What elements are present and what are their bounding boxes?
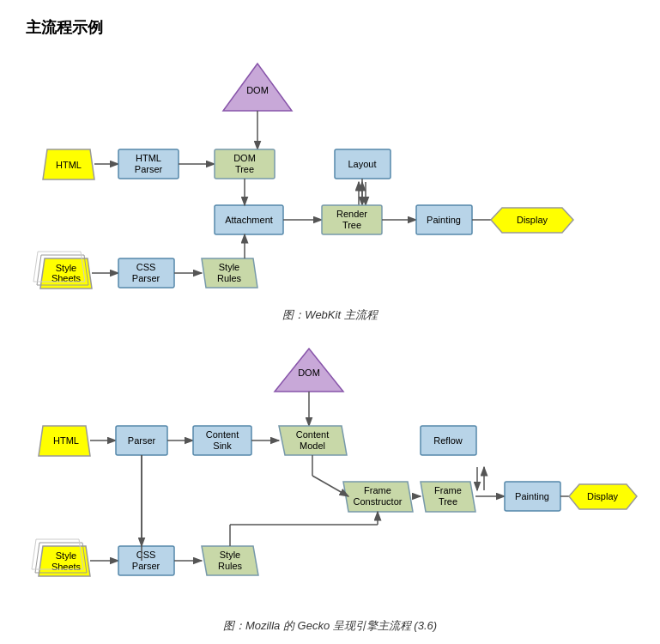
webkit-diagram: DOM HTML HTML Parser DOM Tree Layout Att…: [26, 55, 634, 299]
html-label: HTML: [56, 160, 82, 170]
gecko-stylesheets-label2: Sheets: [51, 562, 82, 572]
gecko-frame-constructor-label2: Constructor: [354, 496, 403, 507]
gecko-content-model-label2: Model: [300, 440, 325, 451]
gecko-painting-label: Painting: [515, 491, 549, 501]
css-parser-label2: Parser: [132, 273, 160, 283]
gecko-dom-label: DOM: [298, 368, 320, 378]
gecko-diagram: DOM HTML Parser Content Sink Content Mod…: [26, 340, 634, 610]
attachment-label: Attachment: [225, 215, 273, 225]
webkit-caption: 图：WebKit 主流程: [26, 307, 634, 323]
painting-label: Painting: [427, 215, 461, 225]
css-parser-label1: CSS: [136, 262, 156, 272]
gecko-stylesheets-label1: Style: [56, 550, 76, 561]
layout-label: Layout: [348, 159, 376, 169]
gecko-frame-tree-label2: Tree: [439, 496, 457, 507]
render-tree-label1: Render: [336, 209, 367, 219]
gecko-to-frameconstructor-arrow: [312, 476, 348, 496]
gecko-display-label: Display: [587, 491, 619, 501]
dom-label: DOM: [246, 85, 269, 95]
gecko-html-label: HTML: [53, 435, 79, 446]
html-parser-label2: Parser: [135, 164, 163, 174]
gecko-frame-tree-label1: Frame: [434, 485, 462, 495]
gecko-caption: 图：Mozilla 的 Gecko 呈现引擎主流程 (3.6): [26, 618, 634, 634]
gecko-content-sink-label2: Sink: [213, 440, 232, 451]
style-rules-label2: Rules: [217, 273, 242, 283]
html-parser-label1: HTML: [136, 153, 161, 163]
gecko-content-sink-label1: Content: [206, 429, 239, 440]
stylesheets-label1: Style: [56, 263, 76, 273]
gecko-css-parser-label2: Parser: [132, 561, 160, 571]
style-rules-label1: Style: [219, 262, 239, 272]
gecko-css-parser-label1: CSS: [136, 550, 156, 560]
display-label: Display: [517, 215, 548, 225]
gecko-frame-constructor-label1: Frame: [364, 485, 391, 495]
gecko-parser-label: Parser: [128, 435, 156, 446]
gecko-style-rules-label1: Style: [220, 550, 240, 560]
gecko-reflow-label: Reflow: [433, 435, 463, 446]
dom-tree-label2: Tree: [235, 164, 254, 174]
page-title: 主流程示例: [26, 17, 634, 38]
gecko-content-model-label1: Content: [296, 429, 330, 440]
gecko-style-rules-label2: Rules: [218, 561, 243, 571]
dom-tree-label1: DOM: [233, 153, 256, 163]
render-tree-label2: Tree: [342, 220, 361, 230]
